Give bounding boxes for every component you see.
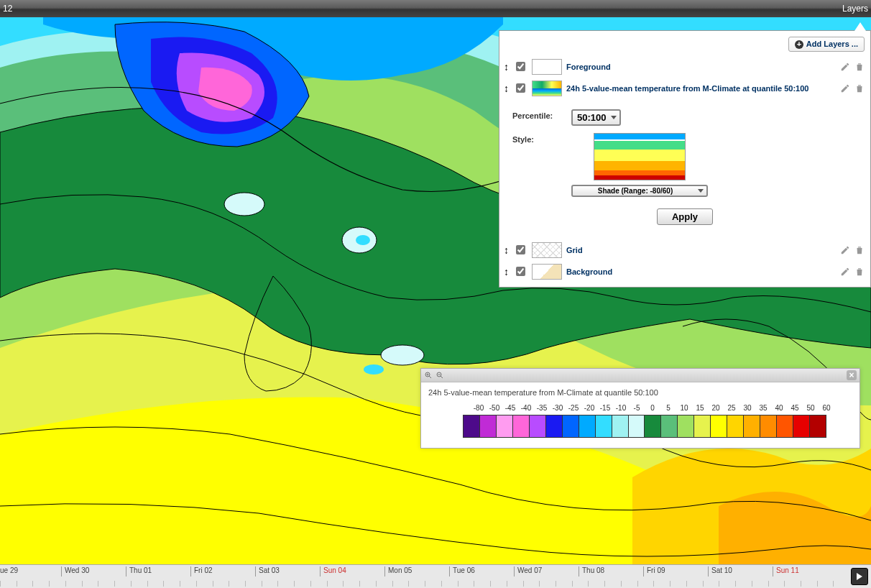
timeline-subtick	[490, 581, 507, 587]
legend-scale-labels: -80-50-45-40-35-30-25-20-15-10-505101520…	[428, 404, 852, 412]
layer-visibility-checkbox[interactable]	[516, 83, 525, 93]
layer-title[interactable]: Background	[566, 267, 836, 276]
layer-thumbnail	[532, 264, 562, 280]
timeline-subtick	[604, 581, 621, 587]
svg-point-3	[381, 345, 424, 365]
timeline-bar[interactable]: ue 29Wed 30Thu 01Fri 02Sat 03Sun 04Mon 0…	[0, 564, 871, 588]
svg-point-4	[364, 364, 384, 375]
timeline-subtick	[262, 581, 278, 587]
legend-scale-label: 60	[819, 404, 834, 412]
timeline-subtick	[408, 581, 425, 587]
legend-scale-label: -5	[629, 404, 645, 412]
top-menu-bar: 12 Layers	[0, 0, 871, 17]
timeline-tick[interactable]: Thu 01	[126, 566, 190, 576]
legend-swatch	[497, 415, 513, 437]
legend-scale-label: 0	[645, 404, 660, 412]
timeline-tick[interactable]: Sat 03	[255, 566, 320, 576]
timeline-tick[interactable]: Wed 07	[514, 566, 579, 576]
timeline-subtick	[131, 581, 147, 587]
timeline-tick[interactable]: Fri 09	[643, 566, 708, 576]
zoom-out-icon[interactable]	[436, 371, 444, 380]
edit-icon[interactable]	[840, 267, 850, 277]
layer-visibility-checkbox[interactable]	[516, 62, 525, 71]
timeline-subtick	[343, 581, 359, 587]
layer-thumbnail	[532, 242, 562, 258]
layer-visibility-checkbox[interactable]	[516, 267, 525, 276]
legend-swatch	[793, 415, 810, 437]
timeline-subtick	[719, 581, 735, 587]
timeline-subtick	[784, 581, 801, 587]
delete-icon[interactable]	[854, 83, 865, 93]
drag-handle-icon[interactable]: ↕	[504, 83, 509, 94]
legend-scale-bar	[463, 415, 826, 438]
layers-menu-trigger[interactable]: Layers	[842, 4, 868, 14]
apply-button[interactable]: Apply	[657, 208, 713, 225]
timeline-subtick	[588, 581, 604, 587]
legend-scale-label: 25	[724, 404, 739, 412]
timeline-subtick	[327, 581, 344, 587]
timeline-subtick	[441, 581, 458, 587]
legend-scale-label: 50	[803, 404, 819, 412]
legend-swatch	[563, 415, 579, 437]
legend-scale-label: 15	[692, 404, 708, 412]
layer-row: ↕ Foreground	[499, 56, 870, 78]
timeline-subtick	[147, 581, 164, 587]
panel-caret-icon	[854, 22, 866, 31]
delete-icon[interactable]	[854, 267, 865, 277]
legend-scale-label: 10	[676, 404, 692, 412]
legend-swatch	[727, 415, 744, 437]
layer-settings: Percentile: 50:100 Style: Shade (Range: …	[505, 102, 865, 232]
delete-icon[interactable]	[854, 62, 865, 72]
delete-icon[interactable]	[854, 245, 865, 255]
timeline-tick[interactable]: ue 29	[0, 566, 61, 576]
edit-icon[interactable]	[840, 245, 850, 255]
timeline-tick[interactable]: Fri 02	[190, 566, 255, 576]
edit-icon[interactable]	[840, 62, 850, 72]
timeline-tick[interactable]: Thu 08	[579, 566, 643, 576]
legend-scale-label: 20	[708, 404, 724, 412]
percentile-select[interactable]: 50:100	[571, 109, 621, 126]
layer-title[interactable]: Grid	[566, 246, 836, 254]
legend-scale-label: 35	[755, 404, 771, 412]
legend-scale-label: -40	[518, 404, 534, 412]
legend-scale-label: -15	[597, 404, 613, 412]
layer-title[interactable]: 24h 5-value-mean temperature from M-Clim…	[566, 84, 836, 93]
legend-swatch	[546, 415, 563, 437]
close-icon[interactable]: ×	[847, 370, 857, 380]
timeline-subtick	[294, 581, 310, 587]
timeline-subtick	[376, 581, 392, 587]
timeline-tick[interactable]: Sun 04	[320, 566, 384, 576]
layer-visibility-checkbox[interactable]	[516, 245, 525, 254]
timeline-subtick	[65, 581, 82, 587]
timeline-subtick	[686, 581, 703, 587]
timeline-subtick	[163, 581, 180, 587]
legend-scale-label: 5	[660, 404, 676, 412]
zoom-in-icon[interactable]	[424, 371, 433, 380]
timeline-subticks	[0, 581, 849, 587]
style-preview-thumbnail	[594, 133, 686, 180]
timeline-tick[interactable]: Wed 30	[61, 566, 126, 576]
timeline-subtick	[637, 581, 654, 587]
legend-scale-label: -80	[471, 404, 487, 412]
edit-icon[interactable]	[840, 83, 850, 93]
timeline-tick[interactable]: Sat 10	[708, 566, 773, 576]
drag-handle-icon[interactable]: ↕	[504, 61, 509, 73]
legend-swatch	[777, 415, 793, 437]
style-select[interactable]: Shade (Range: -80/60)	[571, 185, 708, 197]
legend-swatch	[810, 415, 826, 437]
play-button[interactable]	[851, 568, 868, 585]
legend-header[interactable]: ×	[421, 369, 860, 382]
timeline-subtick	[817, 581, 834, 587]
legend-scale-label: -10	[613, 404, 629, 412]
layer-thumbnail	[532, 81, 562, 96]
add-layers-button[interactable]: +Add Layers ...	[788, 37, 865, 52]
drag-handle-icon[interactable]: ↕	[504, 244, 509, 256]
timeline-tick[interactable]: Mon 05	[384, 566, 449, 576]
timeline-tick[interactable]: Sun 11	[773, 566, 837, 576]
timeline-tick[interactable]: Tue 06	[449, 566, 514, 576]
layer-row: ↕ Grid	[499, 239, 870, 261]
layer-row: ↕ Background	[499, 261, 870, 287]
timeline-subtick	[82, 581, 98, 587]
drag-handle-icon[interactable]: ↕	[504, 266, 509, 277]
layer-title[interactable]: Foreground	[566, 63, 836, 71]
